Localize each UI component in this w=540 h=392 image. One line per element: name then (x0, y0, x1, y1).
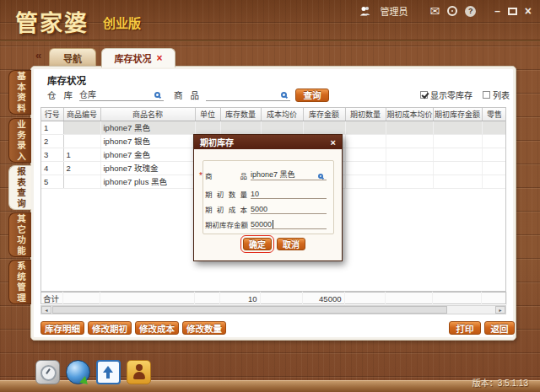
total-label: 合计 (40, 292, 62, 305)
cancel-button[interactable]: 取消 (277, 238, 305, 250)
dialog-product-input[interactable]: iphone7 黑色 (251, 169, 327, 180)
warehouse-label: 仓库 (47, 89, 73, 101)
cost-field-row: 期初成本 5000 (199, 203, 327, 214)
dialog-qty-input[interactable]: 10 (251, 188, 327, 199)
app-logo-edition: 创业版 (103, 13, 141, 31)
sidebar-item-business-entry[interactable]: 业务录入 (8, 118, 31, 163)
scrollbar-thumb[interactable] (52, 306, 447, 314)
column-header-code[interactable]: 商品编号 (63, 108, 100, 121)
column-header-name[interactable]: 商品名称 (100, 108, 195, 121)
opening-stock-dialog: 期初库存 × * 商品 iphone7 黑色 期初数量 10 期初成本 5000… (193, 134, 343, 261)
dashboard-gauge-icon[interactable] (35, 360, 60, 384)
cell-name: iphone7 玫瑰金 (100, 161, 195, 175)
cell-rowno: 1 (41, 121, 63, 134)
sidebar-item-system-management[interactable]: 系统管理 (8, 260, 31, 304)
column-header-qty[interactable]: 库存数量 (220, 108, 261, 121)
column-header-retail[interactable]: 零售 (482, 108, 506, 121)
dock (35, 360, 151, 384)
column-header-avgcost[interactable]: 成本均价 (261, 108, 303, 121)
show-zero-stock-label: 显示零库存 (430, 89, 472, 101)
product-field-row: * 商品 iphone7 黑色 (199, 169, 323, 180)
modify-opening-button[interactable]: 修改期初 (88, 321, 132, 335)
data-backup-icon[interactable] (96, 360, 121, 384)
column-header-rowno[interactable]: 行号 (41, 108, 63, 121)
dialog-qty-label: 期初数量 (205, 189, 247, 199)
cell-code: 2 (63, 161, 100, 175)
show-zero-stock-checkbox[interactable] (420, 91, 428, 99)
maximize-button[interactable] (508, 8, 517, 15)
ok-button[interactable]: 确定 (243, 238, 272, 250)
cell-name: iphone7 黑色 (100, 121, 195, 134)
amount-field-row: 期初库存金额 50000 (199, 218, 327, 229)
sidebar-item-report-query[interactable]: 报表查询 (8, 165, 31, 210)
cell-code: 1 (63, 148, 100, 161)
total-qty: 10 (219, 292, 260, 305)
cell-code (63, 134, 100, 148)
tab-close-icon[interactable]: × (156, 52, 162, 64)
sidebar-item-other-functions[interactable]: 其它功能 (8, 212, 31, 257)
dialog-amount-label: 期初库存金额 (205, 219, 247, 229)
total-amount: 45000 (302, 292, 344, 305)
cell-code (63, 121, 100, 134)
online-update-globe-icon[interactable] (66, 360, 90, 384)
dialog-product-label: 商品 (205, 170, 247, 180)
user-icon (359, 6, 372, 16)
cell-rowno: 3 (41, 148, 63, 161)
dialog-amount-input[interactable]: 50000 (251, 218, 327, 229)
total-row: 合计 10 45000 (40, 292, 506, 304)
sidebar-item-basic-data[interactable]: 基本资料 (8, 70, 31, 115)
dialog-cost-input[interactable]: 5000 (251, 203, 327, 214)
close-button[interactable]: × (525, 5, 532, 17)
search-icon[interactable] (318, 174, 323, 179)
stock-detail-button[interactable]: 库存明细 (40, 321, 84, 335)
user-manager-icon[interactable] (127, 360, 151, 384)
scroll-right-icon[interactable]: ► (495, 306, 505, 314)
dialog-title: 期初库存 (200, 136, 234, 148)
scroll-left-icon[interactable]: ◄ (41, 306, 51, 314)
cell-code (63, 175, 100, 188)
dialog-close-icon[interactable]: × (331, 137, 336, 148)
filter-bar: 仓库 仓库 商品 查询 (47, 88, 329, 102)
column-header-init-qty[interactable]: 期初数量 (345, 108, 386, 121)
column-header-init-avgcost[interactable]: 期初成本均价 (386, 108, 433, 121)
version-label: 版本：3.5.1.13 (472, 376, 528, 389)
table-header-row: 行号 商品编号 商品名称 单位 库存数量 成本均价 库存金额 期初数量 期初成本… (41, 108, 506, 121)
list-view-checkbox[interactable] (483, 91, 490, 99)
query-button[interactable]: 查询 (295, 89, 329, 102)
modify-qty-button[interactable]: 修改数量 (182, 321, 226, 335)
tab-label: 导航 (63, 51, 82, 65)
window-controls: 管理员 ✉ ? – × (359, 4, 532, 18)
back-button[interactable]: 返回 (484, 321, 515, 335)
product-input[interactable] (206, 89, 290, 101)
table-row[interactable]: 1 iphone7 黑色 (41, 121, 506, 134)
cell-name: iphone7 银色 (100, 134, 195, 148)
minimize-button[interactable]: – (494, 5, 500, 17)
modify-cost-button[interactable]: 修改成本 (135, 321, 179, 335)
column-header-init-amount[interactable]: 期初库存金额 (433, 108, 482, 121)
user-menu[interactable]: 管理员 (380, 4, 408, 18)
text-cursor (273, 220, 273, 228)
horizontal-scrollbar[interactable]: ◄ ► (40, 305, 506, 314)
warehouse-input[interactable]: 仓库 (79, 89, 164, 101)
help-icon[interactable]: ? (465, 6, 476, 17)
required-asterisk: * (199, 171, 203, 180)
cell-rowno: 4 (41, 161, 63, 175)
page-title: 库存状况 (47, 73, 86, 87)
dialog-titlebar[interactable]: 期初库存 × (194, 135, 342, 149)
column-header-amount[interactable]: 库存金额 (303, 108, 345, 121)
tab-stock-status[interactable]: 库存状况 × (101, 48, 176, 67)
display-options: 显示零库存 列表 (420, 89, 510, 101)
header-divider (0, 40, 540, 41)
tab-collapse-icon[interactable]: « (35, 49, 41, 62)
cell-rowno: 5 (41, 175, 63, 188)
column-header-unit[interactable]: 单位 (195, 108, 220, 121)
mail-icon[interactable]: ✉ (429, 5, 440, 17)
search-icon[interactable] (281, 92, 287, 98)
dialog-cost-label: 期初成本 (205, 204, 247, 214)
weibo-icon[interactable] (447, 6, 457, 16)
tab-navigation[interactable]: 导航 (49, 48, 96, 67)
footer-actions: 库存明细 修改期初 修改成本 修改数量 (40, 321, 226, 335)
print-button[interactable]: 打印 (449, 321, 481, 335)
search-icon[interactable] (154, 92, 160, 98)
cell-rowno: 2 (41, 134, 63, 148)
